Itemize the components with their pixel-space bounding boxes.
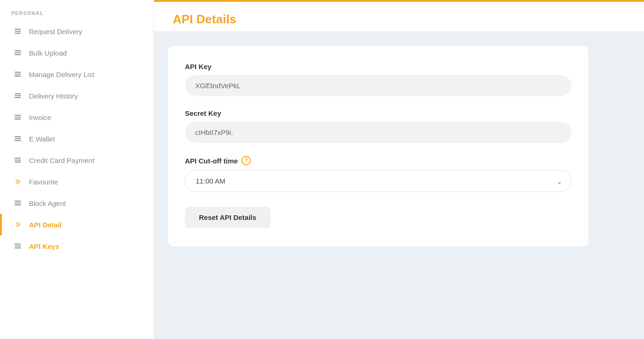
sidebar-item-bulk-upload[interactable]: Bulk Upload [0,42,154,64]
sidebar-item-label-invoice: Invoice [29,113,51,121]
svg-rect-3 [14,50,21,51]
svg-rect-15 [14,136,21,137]
sidebar: PERSONAL Request Delivery Bulk Upload Ma… [0,0,154,339]
main-content: API Details API Key Secret Key API Cut-o… [154,0,644,339]
sidebar-item-label-bulk-upload: Bulk Upload [29,49,67,57]
sidebar-item-label-api-keys: API Keys [29,242,59,250]
api-details-card: API Key Secret Key API Cut-off time ? 11… [168,46,588,247]
svg-rect-14 [14,119,21,120]
api-key-input[interactable] [185,75,572,96]
sidebar-item-label-request-delivery: Request Delivery [29,28,82,35]
svg-rect-21 [14,201,21,202]
svg-rect-13 [14,117,21,118]
sidebar-item-favourite[interactable]: Favourite [0,171,154,192]
api-key-label: API Key [185,63,572,71]
cutoff-help-icon[interactable]: ? [241,156,251,165]
sidebar-item-invoice[interactable]: Invoice [0,106,154,128]
svg-rect-5 [14,54,21,55]
svg-rect-7 [14,74,21,75]
cutoff-label-row: API Cut-off time ? [185,156,572,165]
sidebar-item-label-delivery-history: Delivery History [29,92,78,100]
sidebar-item-manage-delivery-list[interactable]: Manage Delivery List [0,64,154,85]
svg-rect-8 [14,76,21,77]
sidebar-item-e-wallet[interactable]: E Wallet [0,128,154,149]
svg-rect-11 [14,97,21,98]
svg-rect-26 [14,247,21,248]
grid-icon [13,113,22,122]
secret-key-label: Secret Key [185,109,572,117]
svg-rect-12 [14,115,21,116]
sidebar-item-request-delivery[interactable]: Request Delivery [0,21,154,42]
sidebar-item-credit-card-payment[interactable]: Credit Card Payment [0,149,154,171]
sidebar-item-label-e-wallet: E Wallet [29,135,55,143]
svg-rect-22 [14,203,21,204]
sidebar-item-label-manage-delivery-list: Manage Delivery List [29,71,94,78]
sidebar-item-label-api-detail: API Detail [29,221,62,229]
sidebar-item-label-favourite: Favourite [29,178,58,186]
page-header: API Details [154,2,644,32]
svg-rect-4 [14,52,21,53]
svg-rect-0 [14,29,21,30]
svg-rect-2 [14,33,21,34]
svg-rect-17 [14,140,21,141]
svg-rect-18 [14,158,21,159]
svg-rect-16 [14,138,21,139]
content-area: API Key Secret Key API Cut-off time ? 11… [154,32,644,339]
sidebar-item-label-block-agent: Block Agent [29,199,66,207]
svg-rect-20 [14,162,21,162]
cutoff-label: API Cut-off time [185,157,238,165]
grid-icon [13,134,22,143]
grid-icon [13,198,22,208]
svg-rect-1 [14,31,21,32]
chevron-right-icon [13,177,22,186]
svg-rect-19 [14,160,21,161]
svg-rect-10 [14,95,21,96]
svg-rect-25 [14,246,21,247]
svg-rect-6 [14,72,21,73]
sidebar-section-label: PERSONAL [0,0,154,21]
secret-key-input[interactable] [185,122,572,143]
grid-icon [13,91,22,100]
sidebar-item-label-credit-card-payment: Credit Card Payment [29,156,94,164]
svg-rect-23 [14,205,21,205]
cutoff-select-wrapper: 11:00 AM10:00 AM12:00 PM1:00 PM2:00 PM ⌄ [185,170,572,192]
grid-icon [13,241,22,251]
grid-icon [13,155,22,165]
reset-api-details-button[interactable]: Reset API Details [185,207,270,228]
sidebar-item-api-keys[interactable]: API Keys [0,235,154,257]
grid-icon [13,48,22,57]
page-title: API Details [173,12,625,27]
sidebar-item-api-detail[interactable]: API Detail [0,214,154,235]
grid-icon [13,27,22,36]
sidebar-item-block-agent[interactable]: Block Agent [0,192,154,214]
svg-rect-24 [14,244,21,245]
sidebar-item-delivery-history[interactable]: Delivery History [0,85,154,106]
cutoff-select[interactable]: 11:00 AM10:00 AM12:00 PM1:00 PM2:00 PM [185,170,572,192]
chevron-right-icon [13,220,22,229]
grid-icon [13,70,22,79]
svg-rect-9 [14,93,21,94]
